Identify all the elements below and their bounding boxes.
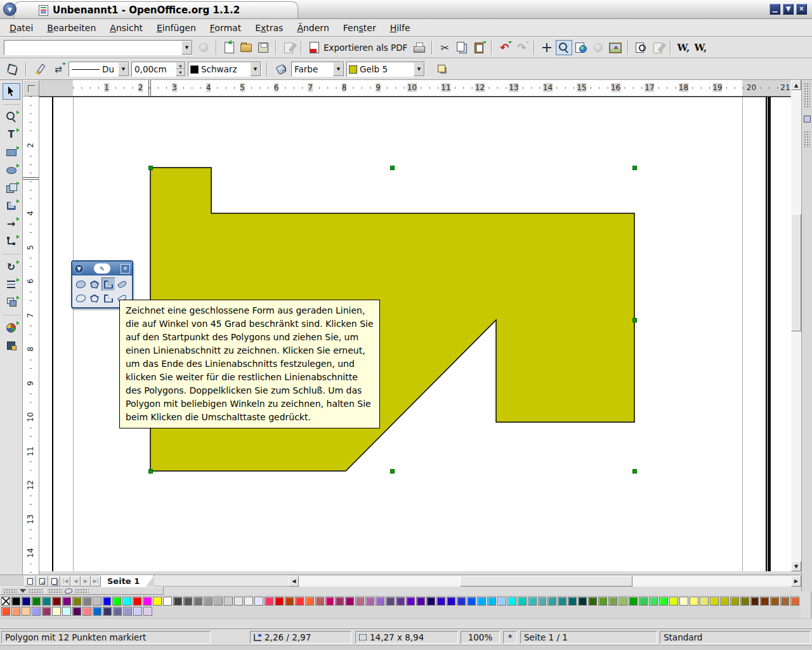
polygon-tool[interactable]: [88, 291, 102, 305]
alignment-tool[interactable]: [3, 276, 20, 293]
fill-type-combobox[interactable]: Farbe ▼: [291, 62, 344, 77]
color-swatch[interactable]: [730, 597, 739, 606]
page-view-button[interactable]: [24, 576, 36, 587]
color-swatch[interactable]: [639, 597, 648, 606]
scroll-down-button[interactable]: ▼: [791, 561, 801, 571]
effects-tool[interactable]: [3, 319, 20, 336]
menu-item-einfuegen[interactable]: Einfügen: [150, 21, 203, 35]
color-swatch[interactable]: [629, 597, 638, 606]
scroll-up-button[interactable]: ▲: [791, 80, 801, 90]
color-swatch[interactable]: [32, 607, 41, 616]
zoom-button[interactable]: [556, 40, 572, 55]
color-swatch[interactable]: [659, 597, 668, 606]
color-swatch[interactable]: [93, 607, 102, 616]
color-swatch[interactable]: [214, 597, 223, 606]
color-swatch[interactable]: [183, 597, 192, 606]
color-swatch[interactable]: [52, 607, 61, 616]
color-swatch[interactable]: [22, 597, 30, 606]
color-swatch[interactable]: [234, 597, 243, 606]
menu-item-format[interactable]: Format: [203, 21, 248, 35]
hyperlink-internet-button[interactable]: [573, 40, 589, 55]
color-swatch[interactable]: [406, 597, 415, 606]
edit-points-button[interactable]: [4, 62, 20, 77]
color-swatch[interactable]: [122, 597, 131, 606]
menu-item-hilfe[interactable]: Hilfe: [383, 21, 417, 35]
zoom-tool[interactable]: [3, 109, 20, 125]
selection-handle-bl[interactable]: [148, 469, 153, 474]
line-style-combobox[interactable]: Du ▼: [69, 62, 129, 77]
color-swatch[interactable]: [447, 597, 455, 606]
color-swatch[interactable]: [204, 597, 213, 606]
line-width-spinner[interactable]: 0,00cm ▲▼: [131, 62, 186, 77]
curve-tool[interactable]: [74, 291, 88, 305]
line-style-dropdown-button[interactable]: ▼: [118, 62, 129, 76]
color-swatch[interactable]: [588, 597, 597, 606]
color-swatch[interactable]: [1, 607, 10, 616]
status-template[interactable]: Standard: [660, 631, 811, 644]
color-swatch[interactable]: [62, 597, 71, 606]
color-swatch[interactable]: [52, 597, 61, 606]
color-swatch[interactable]: [386, 597, 395, 606]
toolbar-grip[interactable]: [804, 83, 810, 108]
imagemap-button[interactable]: [632, 40, 649, 55]
floating-toolbar-menu-button[interactable]: ▼: [74, 264, 84, 274]
paste-button[interactable]: [471, 40, 487, 55]
toolbar-grip[interactable]: [804, 131, 810, 147]
polygon45-tool[interactable]: [102, 291, 115, 305]
color-swatch[interactable]: [497, 597, 506, 606]
color-swatch[interactable]: [477, 597, 486, 606]
interaction-tool[interactable]: [3, 337, 20, 354]
no-fill-swatch[interactable]: [1, 597, 10, 606]
color-swatch[interactable]: [538, 597, 547, 606]
color-swatch[interactable]: [244, 597, 253, 606]
close-button[interactable]: ×: [796, 4, 807, 15]
rotate-tool[interactable]: [3, 258, 20, 275]
arrange-tool[interactable]: [3, 294, 20, 310]
ellipse-tool[interactable]: [3, 162, 20, 178]
color-swatch[interactable]: [426, 597, 435, 606]
area-dialog-button[interactable]: [273, 62, 289, 77]
toolbar-grip[interactable]: [75, 588, 89, 593]
data-sources-button[interactable]: [650, 40, 666, 55]
color-swatch[interactable]: [72, 597, 81, 606]
color-swatch[interactable]: [123, 607, 132, 616]
status-position[interactable]: 2,26 / 2,97: [250, 631, 351, 644]
color-swatch[interactable]: [325, 597, 334, 606]
vertical-ruler[interactable]: 2456789101112131415: [23, 96, 39, 574]
color-swatch[interactable]: [62, 607, 71, 616]
color-swatch[interactable]: [295, 597, 304, 606]
horizontal-ruler[interactable]: 123456789101112131415161718192021: [39, 80, 790, 96]
horizontal-scroll-thumb[interactable]: [460, 576, 632, 587]
option-strip-icon[interactable]: [804, 116, 811, 123]
redo-button[interactable]: [513, 40, 530, 55]
color-swatch[interactable]: [669, 597, 678, 606]
color-swatch[interactable]: [254, 597, 263, 606]
color-swatch[interactable]: [315, 597, 324, 606]
color-swatch[interactable]: [335, 597, 344, 606]
color-swatch[interactable]: [355, 597, 364, 606]
minimize-button[interactable]: ▁: [769, 4, 780, 15]
color-swatch[interactable]: [436, 597, 445, 606]
color-swatch[interactable]: [720, 597, 729, 606]
color-swatch[interactable]: [598, 597, 607, 606]
color-swatch[interactable]: [649, 597, 658, 606]
color-swatch[interactable]: [113, 607, 122, 616]
freehand-filled-tool[interactable]: [115, 277, 129, 291]
w-macro-button-2[interactable]: W,: [692, 40, 709, 55]
selection-handle-br[interactable]: [632, 469, 637, 474]
color-swatch[interactable]: [528, 597, 537, 606]
selection-handle-tr[interactable]: [632, 166, 637, 170]
color-swatch[interactable]: [133, 607, 142, 616]
w-macro-button-1[interactable]: W,: [675, 40, 691, 55]
color-swatch[interactable]: [780, 597, 789, 606]
objects3d-tool[interactable]: [3, 180, 20, 196]
vertical-scroll-thumb[interactable]: [791, 214, 801, 331]
maximize-button[interactable]: ▼: [783, 4, 794, 15]
color-swatch[interactable]: [275, 597, 284, 606]
color-swatch[interactable]: [487, 597, 496, 606]
menu-item-aendern[interactable]: Ändern: [290, 21, 336, 35]
toolbar-grip[interactable]: [3, 588, 17, 593]
color-swatch[interactable]: [345, 597, 354, 606]
color-swatch[interactable]: [72, 607, 81, 616]
url-dropdown-button[interactable]: ▼: [181, 41, 192, 55]
